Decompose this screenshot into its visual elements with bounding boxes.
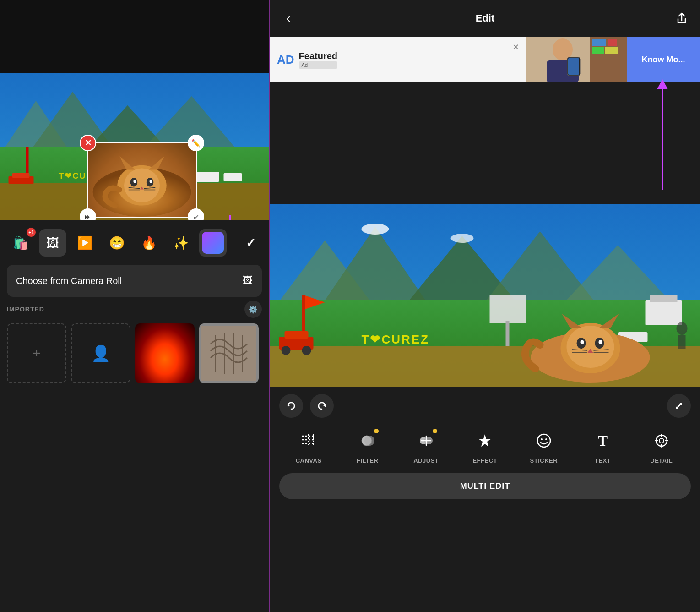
tool-effect[interactable]: EFFECT xyxy=(471,427,499,464)
redo-button[interactable] xyxy=(310,394,334,418)
sticker-edit-button[interactable]: ✏️ xyxy=(188,135,204,151)
svg-rect-75 xyxy=(678,335,686,349)
laugh-icon: 😁 xyxy=(109,235,125,251)
svg-rect-30 xyxy=(592,39,606,46)
svg-point-91 xyxy=(541,438,543,440)
cat-svg xyxy=(88,143,196,217)
imported-add-button[interactable]: + xyxy=(7,323,66,383)
tool-canvas[interactable]: CANVAS xyxy=(295,427,322,464)
svg-point-52 xyxy=(282,346,291,355)
effect-label: EFFECT xyxy=(472,457,497,464)
close-icon: ✕ xyxy=(512,42,519,52)
svg-rect-33 xyxy=(605,47,618,54)
svg-rect-57 xyxy=(646,300,682,325)
gift-icon: 🛍️ xyxy=(13,235,29,251)
camera-roll-label: Choose from Camera Roll xyxy=(16,276,122,286)
multi-edit-label: MULTI EDIT xyxy=(460,481,510,491)
ad-featured-label: Featured xyxy=(299,51,337,61)
person-icon: 👤 xyxy=(91,344,110,362)
svg-rect-58 xyxy=(650,295,678,302)
svg-rect-9 xyxy=(12,173,30,178)
redo-icon xyxy=(317,401,327,411)
text-icon-wrap: T xyxy=(589,427,616,454)
sticker-btn-photo[interactable]: 🖼 xyxy=(39,229,66,257)
sticker-btn-gift[interactable]: 🛍️ +1 xyxy=(7,229,34,257)
imported-label: IMPORTED xyxy=(7,306,44,313)
ad-cta-label: Know Mo... xyxy=(642,55,685,65)
share-icon xyxy=(676,12,688,24)
ad-close-button[interactable]: ✕ xyxy=(507,39,524,55)
right-controls: CANVAS FILTER xyxy=(270,387,700,612)
resize-corner-button[interactable] xyxy=(667,394,691,418)
canvas-label: CANVAS xyxy=(296,457,322,464)
purple-arrow-left xyxy=(229,215,231,220)
adjust-icon-wrap xyxy=(412,427,440,454)
left-bottom-area: 🛍️ +1 🖼 ▶️ 😁 🔥 ✨ ✓ xyxy=(0,220,269,612)
gear-button[interactable]: ⚙️ xyxy=(244,301,262,318)
right-header: ‹ Edit xyxy=(270,0,700,37)
sticker-label: STICKER xyxy=(530,457,558,464)
back-icon: ‹ xyxy=(286,11,290,26)
sticker-btn-laugh[interactable]: 😁 xyxy=(103,229,130,257)
canvas-icon xyxy=(300,432,317,449)
checkmark-button[interactable]: ✓ xyxy=(240,232,262,254)
svg-point-17 xyxy=(124,169,160,202)
camera-roll-icon: 🖼 xyxy=(243,275,253,287)
text-icon: T xyxy=(598,432,608,449)
svg-point-44 xyxy=(362,224,389,235)
svg-point-85 xyxy=(364,436,374,446)
svg-point-68 xyxy=(599,340,602,344)
tool-text[interactable]: T TEXT xyxy=(589,427,616,464)
left-top-bar xyxy=(0,0,269,73)
sticker-btn-play[interactable]: ▶️ xyxy=(71,229,98,257)
filter-dot xyxy=(374,429,379,433)
sticker-remove-button[interactable]: ✕ xyxy=(80,135,96,151)
ad-banner: AD Featured Ad ✕ xyxy=(270,37,700,82)
adjust-label: ADJUST xyxy=(413,457,439,464)
basket-svg xyxy=(201,326,256,381)
tool-adjust[interactable]: ADJUST xyxy=(412,427,440,464)
undo-button[interactable] xyxy=(279,394,303,418)
tool-sticker[interactable]: STICKER xyxy=(530,427,558,464)
filter-icon xyxy=(359,432,376,449)
add-icon: + xyxy=(33,345,41,361)
ad-image xyxy=(526,37,627,82)
tool-filter[interactable]: FILTER xyxy=(354,427,381,464)
svg-point-90 xyxy=(537,434,550,447)
detail-label: DETAIL xyxy=(650,457,673,464)
sticker-icon xyxy=(536,432,552,449)
svg-rect-55 xyxy=(490,295,526,323)
svg-marker-16 xyxy=(149,156,164,169)
sticker-btn-fire[interactable]: 🔥 xyxy=(135,229,163,257)
camera-roll-button[interactable]: Choose from Camera Roll 🖼 xyxy=(7,265,262,297)
sticker-icon-wrap xyxy=(530,427,558,454)
sticker-cat xyxy=(88,143,196,217)
ad-cta-button[interactable]: Know Mo... xyxy=(627,37,700,82)
photo-icon: 🖼 xyxy=(46,235,59,251)
sticker-btn-sparkle[interactable]: ✨ xyxy=(167,229,195,257)
imported-photo-1[interactable] xyxy=(135,323,195,383)
imported-grid: + 👤 xyxy=(7,323,262,383)
svg-marker-89 xyxy=(478,434,491,447)
imported-photo-2[interactable] xyxy=(199,323,259,383)
ad-badge: Ad xyxy=(299,61,337,69)
svg-point-74 xyxy=(677,322,688,335)
svg-point-67 xyxy=(581,340,584,344)
detail-icon xyxy=(653,432,670,449)
left-panel: T❤CUREZ xyxy=(0,0,270,612)
imported-person-button[interactable]: 👤 xyxy=(71,323,130,383)
tool-detail[interactable]: DETAIL xyxy=(648,427,675,464)
share-button[interactable] xyxy=(673,9,691,27)
multi-edit-button[interactable]: MULTI EDIT xyxy=(279,473,691,499)
svg-point-21 xyxy=(150,180,152,183)
back-button[interactable]: ‹ xyxy=(279,9,298,27)
svg-rect-11 xyxy=(196,172,219,182)
right-photo-svg: T❤CUREZ xyxy=(270,204,700,387)
svg-point-64 xyxy=(567,326,614,368)
ad-logo: AD xyxy=(277,53,294,67)
svg-text:T❤CUREZ: T❤CUREZ xyxy=(362,333,429,346)
page-title: Edit xyxy=(476,12,495,24)
sticker-btn-gradient[interactable] xyxy=(199,229,227,257)
svg-rect-31 xyxy=(608,39,617,46)
filter-icon-wrap xyxy=(354,427,381,454)
